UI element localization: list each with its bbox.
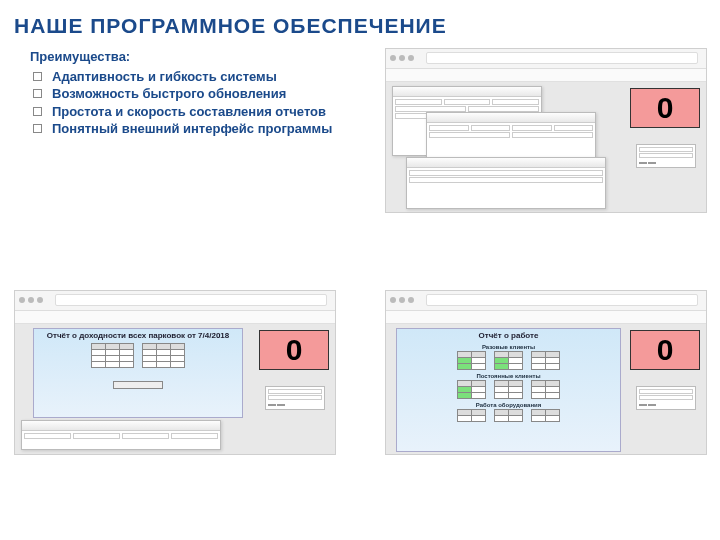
advantage-item: Адаптивность и гибкость системы [30,68,360,86]
zero-badge: 0 [630,330,700,370]
advantages-list: Адаптивность и гибкость системы Возможно… [30,68,360,138]
dialog-box [636,386,696,410]
advantage-item: Возможность быстрого обновления [30,85,360,103]
report-button [113,381,163,389]
dialog-button [268,404,276,406]
report-pane: Отчёт о работе Разовые клиенты Постоянны… [396,328,621,452]
address-bar [426,52,698,64]
zero-badge: 0 [630,88,700,128]
address-bar [55,294,327,306]
report-table [494,351,523,370]
screenshot-bottom-right: 0 Отчёт о работе Разовые клиенты Постоян… [385,290,707,455]
dialog-box [636,144,696,168]
advantage-item: Понятный внешний интерфейс программы [30,120,360,138]
report-table [457,409,486,422]
page-title: НАШЕ ПРОГРАММНОЕ ОБЕСПЕЧЕНИЕ [14,14,447,38]
browser-chrome [386,49,706,69]
app-window [21,420,221,450]
report-table [91,343,134,368]
browser-chrome [386,291,706,311]
browser-chrome [15,291,335,311]
report-table [494,409,523,422]
report-pane: Отчёт о доходности всех парковок от 7/4/… [33,328,243,418]
report-table [494,380,523,399]
browser-toolbar [386,69,706,82]
dialog-button [277,404,285,406]
report-title: Отчёт о работе [397,329,620,342]
browser-toolbar [386,311,706,324]
dialog-button [648,404,656,406]
report-table [457,380,486,399]
address-bar [426,294,698,306]
dialog-button [648,162,656,164]
report-title: Отчёт о доходности всех парковок от 7/4/… [34,329,242,342]
report-table [531,409,560,422]
browser-toolbar [15,311,335,324]
screenshot-bottom-left: 0 Отчёт о доходности всех парковок от 7/… [14,290,336,455]
app-window [406,157,606,209]
dialog-button [639,162,647,164]
zero-badge: 0 [259,330,329,370]
advantages-block: Преимущества: Адаптивность и гибкость си… [30,48,360,138]
report-table [142,343,185,368]
report-table [457,351,486,370]
report-table [531,380,560,399]
advantage-item: Простота и скорость составления отчетов [30,103,360,121]
screenshot-top-right: 0 [385,48,707,213]
dialog-button [639,404,647,406]
dialog-box [265,386,325,410]
advantages-heading: Преимущества: [30,48,360,66]
report-table [531,351,560,370]
